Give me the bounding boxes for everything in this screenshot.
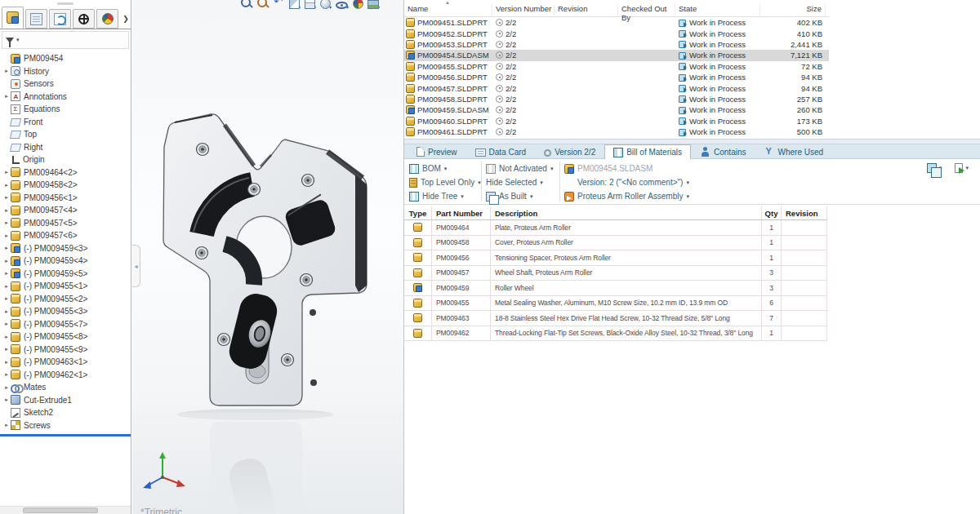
tree-horizontal-scrollbar[interactable] xyxy=(0,506,131,514)
bom-toolbar-control[interactable]: Hide Tree ▾ xyxy=(409,189,481,203)
file-row[interactable]: PM009454.SLDASM 2/2 Work in Process 7,12… xyxy=(404,50,829,60)
expander-icon[interactable] xyxy=(2,346,11,352)
file-row[interactable]: PM009458.SLDPRT 2/2 Work in Process 257 … xyxy=(404,94,829,104)
expander-icon[interactable] xyxy=(2,258,11,264)
file-row[interactable]: PM009453.SLDPRT 2/2 Work in Process 2,44… xyxy=(404,39,829,50)
tree-item[interactable]: (-) PM009455<9> xyxy=(0,343,131,357)
bom-row[interactable]: PM009463 18-8 Stainless Steel Hex Drive … xyxy=(404,311,827,326)
column-header-name[interactable]: Name xyxy=(404,4,492,16)
featuremanager-tab-featuremanager[interactable] xyxy=(2,7,24,29)
tab-version[interactable]: Version 2/2 xyxy=(535,144,604,158)
bom-row[interactable]: PM009458 Cover, Proteus Arm Roller 1 xyxy=(404,236,827,251)
expander-icon[interactable] xyxy=(2,169,11,175)
featuremanager-tab-dimxpertmanager[interactable] xyxy=(73,9,95,29)
tree-item[interactable]: (-) PM009455<1> xyxy=(0,280,131,293)
tree-item[interactable]: Origin xyxy=(0,153,131,166)
tree-item[interactable]: (-) PM009455<3> xyxy=(0,305,131,318)
tree-item[interactable]: PM009457<6> xyxy=(0,229,131,242)
bom-toolbar-control[interactable]: Top Level Only ▾ xyxy=(409,175,481,189)
bom-row[interactable]: PM009462 Thread-Locking Flat-Tip Set Scr… xyxy=(404,326,827,342)
expander-icon[interactable] xyxy=(2,308,11,315)
bom-column-type[interactable]: Type xyxy=(404,206,432,219)
feature-tree-filter[interactable]: ▾ xyxy=(2,31,129,49)
featuremanager-tab-propertymanager[interactable] xyxy=(25,9,47,29)
tree-item[interactable]: (-) PM009459<5> xyxy=(0,268,131,281)
expander-icon[interactable] xyxy=(2,371,11,378)
expander-icon[interactable] xyxy=(2,397,11,403)
bom-column-revision[interactable]: Revision xyxy=(782,206,827,219)
graphics-viewport[interactable]: ▾▾▾▾▾▾▾▾▾ xyxy=(132,0,403,514)
scrollbar-thumb[interactable] xyxy=(23,507,98,513)
zoom-to-fit-button[interactable]: ▾ xyxy=(240,0,252,12)
bom-row[interactable]: PM009455 Metal Sealing Washer, Aluminum,… xyxy=(404,296,827,312)
expander-icon[interactable] xyxy=(2,93,11,100)
tab-overflow-chevron-icon[interactable] xyxy=(120,9,131,29)
column-header-checked-out-by[interactable]: Checked Out By xyxy=(618,4,675,16)
tree-item[interactable]: Top xyxy=(0,128,131,141)
tab-preview[interactable]: Preview xyxy=(408,144,466,158)
expander-icon[interactable] xyxy=(2,283,11,290)
hide-show-items-button[interactable]: ▾ xyxy=(336,0,349,12)
tab-bom[interactable]: Bill of Materials xyxy=(604,144,691,159)
bom-compare-button[interactable]: ▾ xyxy=(927,163,942,173)
bom-row[interactable]: PM009457 Wheel Shaft, Proteus Arm Roller… xyxy=(404,266,827,281)
bom-toolbar-control[interactable]: As Built ▾ xyxy=(486,189,553,203)
tree-item[interactable]: History xyxy=(0,65,131,78)
file-row[interactable]: PM009451.SLDPRT 2/2 Work in Process 402 … xyxy=(404,17,829,28)
tree-item[interactable]: Sensors xyxy=(0,78,131,91)
tree-item[interactable]: (-) PM009455<8> xyxy=(0,330,131,343)
tree-item[interactable]: PM009464<2> xyxy=(0,166,131,179)
file-row[interactable]: PM009461.SLDPRT 2/2 Work in Process 500 … xyxy=(404,126,829,137)
tree-item[interactable]: (-) PM009462<1> xyxy=(0,369,131,382)
column-header-version[interactable]: Version Number xyxy=(492,4,555,16)
tree-item[interactable]: (-) PM009459<3> xyxy=(0,242,131,255)
featuremanager-tab-configurationmanager[interactable] xyxy=(49,9,71,29)
expander-icon[interactable] xyxy=(2,295,11,302)
tab-datacard[interactable]: Data Card xyxy=(466,144,536,158)
rollback-bar[interactable] xyxy=(0,434,131,436)
expander-icon[interactable] xyxy=(2,233,11,239)
bom-toolbar-control[interactable]: Hide Selected ▾ xyxy=(486,175,553,189)
view-orientation-button[interactable]: ▾ xyxy=(305,0,316,12)
tree-item[interactable]: Screws xyxy=(0,419,131,432)
edit-appearance-button[interactable]: ▾ xyxy=(353,0,363,12)
display-style-button[interactable]: ▾ xyxy=(320,0,332,12)
expander-icon[interactable] xyxy=(2,321,11,327)
bom-toolbar-control[interactable]: BOM ▾ xyxy=(409,162,481,175)
tree-item[interactable]: PM009454 xyxy=(0,52,131,65)
file-row[interactable]: PM009456.SLDPRT 2/2 Work in Process 94 K… xyxy=(404,72,829,82)
tab-contains[interactable]: Contains xyxy=(691,144,755,158)
tree-item[interactable]: PM009456<1> xyxy=(0,192,131,205)
panel-grip-handle[interactable] xyxy=(57,2,74,5)
bom-row[interactable]: PM009464 Plate, Proteus Arm Roller 1 xyxy=(404,220,827,236)
tree-item[interactable]: Mates xyxy=(0,381,131,394)
file-row[interactable]: PM009452.SLDPRT 2/2 Work in Process 410 … xyxy=(404,28,829,38)
column-header-revision[interactable]: Revision xyxy=(555,4,618,16)
zoom-to-area-button[interactable]: ▾ xyxy=(256,0,269,12)
tree-item[interactable]: PM009458<2> xyxy=(0,179,131,192)
column-header-size[interactable]: Size xyxy=(760,4,826,16)
tree-item[interactable]: (-) PM009459<4> xyxy=(0,255,131,268)
expander-icon[interactable] xyxy=(2,68,11,74)
expander-icon[interactable] xyxy=(2,182,11,188)
file-row[interactable]: PM009460.SLDPRT 2/2 Work in Process 173 … xyxy=(404,116,829,126)
file-row[interactable]: PM009455.SLDPRT 2/2 Work in Process 72 K… xyxy=(404,61,829,72)
featuremanager-tab-displaymanager[interactable] xyxy=(96,9,118,29)
expander-icon[interactable] xyxy=(2,334,11,340)
file-row[interactable]: PM009459.SLDASM 2/2 Work in Process 260 … xyxy=(404,104,829,115)
expander-icon[interactable] xyxy=(2,359,11,366)
bom-toolbar-control[interactable]: Not Activated ▾ xyxy=(486,162,553,175)
bom-row[interactable]: PM009459 Roller Wheel 3 xyxy=(404,281,827,296)
section-view-button[interactable]: ▾ xyxy=(289,0,301,12)
bom-column-qty[interactable]: Qty xyxy=(762,206,782,219)
tree-item[interactable]: Annotations xyxy=(0,91,131,104)
featuremanager-collapse-handle[interactable] xyxy=(132,245,140,287)
tree-item[interactable]: (-) PM009455<2> xyxy=(0,293,131,306)
column-header-state[interactable]: State xyxy=(675,4,760,16)
expander-icon[interactable] xyxy=(2,384,11,391)
tree-item[interactable]: Right xyxy=(0,141,131,154)
tree-item[interactable]: Front xyxy=(0,116,131,129)
tree-item[interactable]: (-) PM009455<7> xyxy=(0,318,131,331)
tree-item[interactable]: (-) PM009463<1> xyxy=(0,356,131,369)
previous-view-button[interactable]: ▾ xyxy=(273,0,285,12)
